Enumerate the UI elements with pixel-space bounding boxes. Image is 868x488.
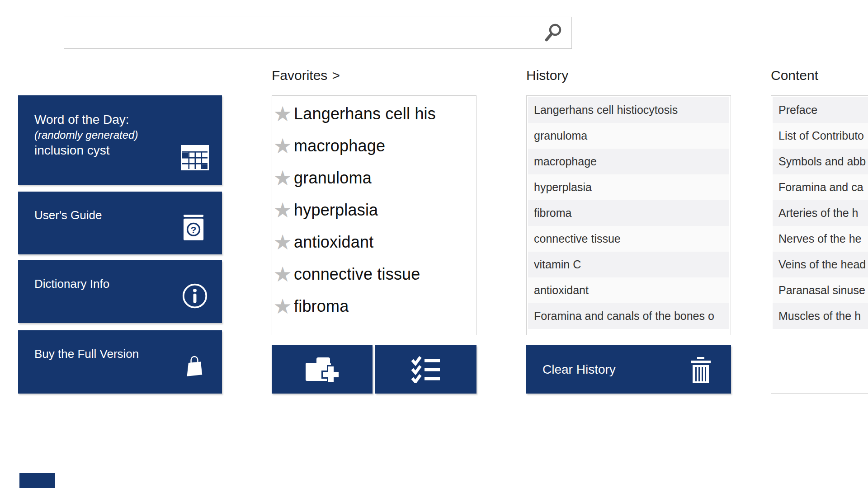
- favorite-item-label: Langerhans cell his: [294, 104, 436, 123]
- favorites-list: Langerhans cell his macrophage granuloma…: [272, 95, 476, 335]
- history-item-label: macrophage: [534, 155, 597, 168]
- shopping-bag-icon: [184, 352, 205, 378]
- content-item[interactable]: Foramina and ca: [773, 174, 868, 200]
- content-list: Preface List of Contributo Symbols and a…: [771, 95, 868, 394]
- favorite-item[interactable]: connective tissue: [273, 258, 476, 290]
- history-item[interactable]: Langerhans cell histiocytosis: [528, 97, 729, 123]
- history-item-label: antioxidant: [534, 284, 589, 297]
- history-item[interactable]: macrophage: [528, 149, 729, 174]
- word-of-the-day-text: Word of the Day: (randomly generated) in…: [34, 112, 138, 159]
- favorite-item[interactable]: macrophage: [273, 130, 476, 162]
- content-item-label: List of Contributo: [778, 129, 864, 142]
- partial-tile-fragment: [19, 473, 55, 488]
- checklist-icon: [411, 356, 441, 383]
- content-title: Content: [771, 68, 818, 83]
- content-item-label: Preface: [778, 103, 817, 117]
- favorite-item[interactable]: hyperplasia: [273, 194, 476, 226]
- content-item[interactable]: Veins of the head: [773, 252, 868, 277]
- favorite-item[interactable]: antioxidant: [273, 226, 476, 258]
- users-guide-label: User's Guide: [34, 208, 102, 223]
- favorites-actions: [272, 345, 476, 394]
- history-item[interactable]: granuloma: [528, 123, 729, 149]
- history-item[interactable]: hyperplasia: [528, 174, 729, 200]
- history-item-label: Langerhans cell histiocytosis: [534, 103, 678, 117]
- history-item-label: vitamin C: [534, 258, 581, 271]
- favorite-item[interactable]: Langerhans cell his: [273, 98, 476, 130]
- history-title: History: [526, 68, 568, 83]
- favorite-item-label: connective tissue: [294, 265, 420, 284]
- favorite-item-label: macrophage: [294, 136, 385, 155]
- star-icon[interactable]: [273, 200, 294, 221]
- content-item[interactable]: Arteries of the h: [773, 200, 868, 226]
- history-item[interactable]: fibroma: [528, 200, 729, 226]
- content-item[interactable]: List of Contributo: [773, 123, 868, 149]
- history-item-label: connective tissue: [534, 232, 621, 245]
- history-list: Langerhans cell histiocytosis granuloma …: [526, 95, 731, 335]
- history-item-label: hyperplasia: [534, 181, 592, 194]
- favorites-title: Favorites: [272, 68, 327, 83]
- svg-text:?: ?: [191, 225, 197, 235]
- favorite-item-label: antioxidant: [294, 233, 373, 252]
- search-input[interactable]: [64, 17, 571, 48]
- content-item[interactable]: Paranasal sinuse: [773, 277, 868, 303]
- content-item-label: Symbols and abb: [778, 155, 866, 168]
- favorite-item-label: fibroma: [294, 297, 349, 316]
- users-guide-tile[interactable]: User's Guide ?: [18, 192, 222, 254]
- buy-full-version-label: Buy the Full Version: [34, 347, 139, 362]
- star-icon[interactable]: [273, 168, 294, 188]
- word-of-the-day-subtitle: (randomly generated): [34, 128, 138, 142]
- history-item[interactable]: Foramina and canals of the bones o: [528, 303, 729, 329]
- trash-icon: [690, 357, 711, 383]
- favorite-item-label: granuloma: [294, 169, 372, 188]
- manage-favorites-list-button[interactable]: [375, 345, 476, 394]
- content-item-label: Paranasal sinuse: [778, 284, 865, 297]
- content-item-label: Foramina and ca: [778, 181, 863, 194]
- info-icon: [182, 283, 208, 309]
- history-item[interactable]: connective tissue: [528, 226, 729, 252]
- star-icon[interactable]: [273, 103, 294, 124]
- search-icon[interactable]: [543, 23, 563, 43]
- word-of-the-day-word: inclusion cyst: [34, 142, 138, 159]
- favorite-item[interactable]: granuloma: [273, 162, 476, 194]
- clear-history-label: Clear History: [542, 362, 616, 377]
- content-item-label: Muscles of the h: [778, 310, 861, 323]
- dictionary-info-label: Dictionary Info: [34, 277, 109, 292]
- chevron-right-icon: >: [332, 68, 340, 83]
- history-item-label: granuloma: [534, 129, 587, 142]
- dictionary-info-tile[interactable]: Dictionary Info: [18, 260, 222, 323]
- guide-book-icon: ?: [183, 215, 205, 241]
- add-folder-icon: [305, 356, 340, 384]
- history-item[interactable]: antioxidant: [528, 277, 729, 303]
- favorite-item-label: hyperplasia: [294, 201, 378, 220]
- content-item-label: Arteries of the h: [778, 206, 858, 220]
- history-item-label: Foramina and canals of the bones o: [534, 310, 714, 323]
- content-item[interactable]: Symbols and abb: [773, 149, 868, 174]
- content-item-label: Nerves of the he: [778, 232, 861, 245]
- content-item-label: Veins of the head: [778, 258, 866, 271]
- favorite-item[interactable]: fibroma: [273, 290, 476, 322]
- content-item[interactable]: Muscles of the h: [773, 303, 868, 329]
- word-of-the-day-title: Word of the Day:: [34, 112, 138, 128]
- buy-full-version-tile[interactable]: Buy the Full Version: [18, 330, 222, 394]
- word-of-the-day-tile[interactable]: Word of the Day: (randomly generated) in…: [18, 95, 222, 185]
- content-item[interactable]: Preface: [773, 97, 868, 123]
- star-icon[interactable]: [273, 296, 294, 317]
- star-icon[interactable]: [273, 232, 294, 253]
- favorites-header[interactable]: Favorites>: [272, 68, 340, 83]
- clear-history-button[interactable]: Clear History: [526, 345, 731, 394]
- add-favorites-folder-button[interactable]: [272, 345, 373, 394]
- calendar-icon: [181, 145, 209, 170]
- history-item-label: fibroma: [534, 206, 571, 220]
- star-icon[interactable]: [273, 136, 294, 156]
- history-item[interactable]: vitamin C: [528, 252, 729, 277]
- search-box[interactable]: [64, 17, 572, 49]
- star-icon[interactable]: [273, 264, 294, 285]
- content-item[interactable]: Nerves of the he: [773, 226, 868, 252]
